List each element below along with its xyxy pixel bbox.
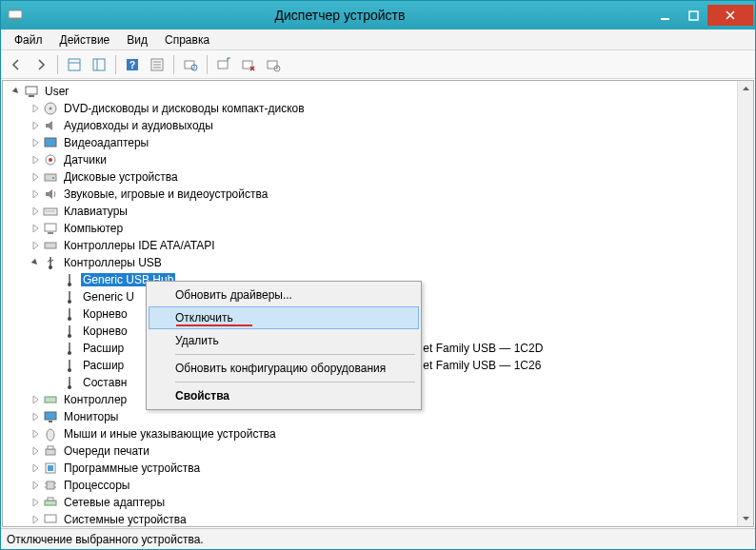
svg-point-40 <box>68 368 71 372</box>
tree-category-sensors[interactable]: Датчики <box>7 151 753 168</box>
sensor-icon <box>43 152 58 167</box>
expand-icon[interactable] <box>30 394 41 405</box>
titlebar[interactable]: Диспетчер устройств <box>1 1 755 29</box>
disable-button[interactable] <box>262 53 285 76</box>
speaker-icon <box>43 187 58 202</box>
usb-device-icon <box>62 289 77 304</box>
tree-container: User DVD-дисководы и дисководы компакт-д… <box>2 80 754 527</box>
expand-icon[interactable] <box>30 240 41 251</box>
expand-icon[interactable] <box>30 514 41 525</box>
expand-icon[interactable] <box>30 445 41 457</box>
device-label: Корнево <box>81 307 129 321</box>
expand-icon[interactable] <box>30 171 41 183</box>
expand-icon[interactable] <box>30 206 41 217</box>
tree-category-usb[interactable]: Контроллеры USB <box>7 254 753 271</box>
tree-category-sound[interactable]: Звуковые, игровые и видеоустройства <box>7 186 753 203</box>
category-label: Процессоры <box>62 479 132 492</box>
content-area: User DVD-дисководы и дисководы компакт-д… <box>1 79 755 528</box>
minimize-button[interactable] <box>650 5 679 26</box>
ctx-update-drivers[interactable]: Обновить драйверы... <box>149 284 419 306</box>
tree-category-video[interactable]: Видеоадаптеры <box>7 134 753 151</box>
tree-root[interactable]: User <box>7 83 753 100</box>
tree-category-keyboard[interactable]: Клавиатуры <box>7 203 753 220</box>
expand-icon[interactable] <box>30 154 41 166</box>
help-button[interactable]: ? <box>121 53 144 76</box>
properties-button[interactable] <box>146 53 169 76</box>
usb-device-icon <box>62 341 77 356</box>
tree-category-ide[interactable]: Контроллеры IDE ATA/ATAPI <box>7 237 753 254</box>
tree-category-audio[interactable]: Аудиовходы и аудиовыходы <box>7 117 753 134</box>
view-button-1[interactable] <box>63 53 86 76</box>
scroll-down-button[interactable] <box>738 510 754 526</box>
forward-button[interactable] <box>30 53 52 76</box>
tree-category-print-queues[interactable]: Очереди печати <box>7 442 753 460</box>
tree-category-dvd[interactable]: DVD-дисководы и дисководы компакт-дисков <box>7 100 753 117</box>
collapse-icon[interactable] <box>10 86 22 97</box>
tree-category-software[interactable]: Программные устройства <box>7 460 753 477</box>
update-driver-button[interactable] <box>212 53 235 76</box>
svg-point-26 <box>49 158 52 162</box>
tree-category-monitors[interactable]: Мониторы <box>7 408 753 425</box>
uninstall-button[interactable] <box>237 53 260 76</box>
device-label: Составн <box>81 376 129 389</box>
ctx-disable[interactable]: Отключить <box>149 306 419 329</box>
menu-file[interactable]: Файл <box>7 31 50 49</box>
view-button-2[interactable] <box>88 53 110 76</box>
expand-icon[interactable] <box>30 480 41 491</box>
svg-rect-20 <box>26 87 37 94</box>
expand-icon[interactable] <box>30 223 41 234</box>
close-button[interactable] <box>707 5 753 26</box>
ctx-properties[interactable]: Свойства <box>149 384 419 407</box>
scan-hardware-button[interactable] <box>179 53 202 76</box>
statusbar: Отключение выбранного устройства. <box>1 528 755 549</box>
menu-action[interactable]: Действие <box>52 31 118 49</box>
category-label: DVD-дисководы и дисководы компакт-дисков <box>62 102 307 115</box>
svg-rect-18 <box>268 61 277 69</box>
expand-icon[interactable] <box>30 120 41 131</box>
collapse-icon[interactable] <box>30 257 41 268</box>
menu-help[interactable]: Справка <box>157 31 217 49</box>
tree-category-disk[interactable]: Дисковые устройства <box>7 168 753 186</box>
tree-root-label: User <box>43 85 70 98</box>
scroll-up-button[interactable] <box>738 81 754 97</box>
ctx-scan-hardware[interactable]: Обновить конфигурацию оборудования <box>149 357 419 380</box>
context-menu[interactable]: Обновить драйверы... Отключить Удалить О… <box>146 281 422 410</box>
back-button[interactable] <box>5 53 28 76</box>
device-manager-window: Диспетчер устройств Файл Действие Вид Сп… <box>0 0 756 550</box>
expand-icon[interactable] <box>30 103 41 114</box>
expand-icon[interactable] <box>30 462 41 474</box>
tree-category-system[interactable]: Системные устройства <box>7 511 753 526</box>
toolbar-separator <box>207 55 208 74</box>
maximize-button[interactable] <box>679 5 707 26</box>
tree-category-network[interactable]: Сетевые адаптеры <box>7 494 753 511</box>
printer-icon <box>43 443 58 459</box>
svg-rect-49 <box>48 465 53 471</box>
display-icon <box>43 135 58 150</box>
tree-category-mice[interactable]: Мыши и иные указывающие устройства <box>7 425 753 442</box>
menu-view[interactable]: Вид <box>119 31 155 49</box>
ctx-delete[interactable]: Удалить <box>149 329 419 352</box>
toolbar-separator <box>173 55 174 74</box>
category-label: Датчики <box>62 153 109 167</box>
svg-point-38 <box>68 334 71 338</box>
svg-point-35 <box>68 283 71 286</box>
category-label: Сетевые адаптеры <box>62 496 167 509</box>
category-label: Программные устройства <box>62 462 202 475</box>
vertical-scrollbar[interactable] <box>737 81 753 526</box>
expand-icon[interactable] <box>30 497 41 508</box>
category-label: Очереди печати <box>62 444 151 458</box>
expand-icon[interactable] <box>30 428 41 440</box>
tree-category-computer[interactable]: Компьютер <box>7 220 753 237</box>
expand-icon[interactable] <box>30 411 41 422</box>
status-text: Отключение выбранного устройства. <box>7 533 204 546</box>
disk-icon <box>43 169 58 185</box>
tree-category-cpu[interactable]: Процессоры <box>7 477 753 494</box>
svg-rect-46 <box>46 449 55 455</box>
category-label: Мыши и иные указывающие устройства <box>62 427 278 441</box>
device-label-suffix: et Family USB — 1C2D <box>421 342 545 355</box>
ctx-separator <box>175 354 415 355</box>
svg-point-45 <box>47 429 54 441</box>
ctx-label: Свойства <box>175 389 229 403</box>
expand-icon[interactable] <box>30 188 41 200</box>
expand-icon[interactable] <box>30 137 41 148</box>
